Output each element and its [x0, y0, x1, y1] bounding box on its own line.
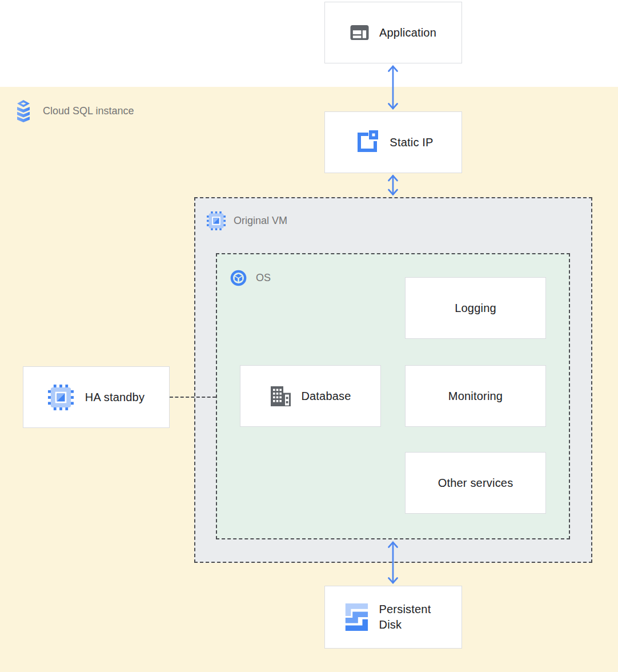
node-persistent-disk: Persistent Disk — [324, 586, 462, 649]
node-other-services: Other services — [405, 452, 546, 514]
os-hub-circle-icon — [230, 269, 247, 287]
database-building-icon — [270, 386, 291, 406]
node-logging: Logging — [405, 277, 546, 339]
compute-engine-chip-icon — [207, 211, 226, 230]
node-database: Database — [240, 365, 381, 427]
cloud-sql-icon — [14, 99, 33, 123]
zone-label-text: Cloud SQL instance — [43, 105, 134, 117]
node-static-ip: Static IP — [324, 111, 462, 173]
node-label: Static IP — [390, 136, 433, 149]
node-label: Database — [301, 390, 351, 403]
os-label: OS — [230, 269, 271, 287]
node-label: HA standby — [85, 391, 145, 404]
arrow-staticip-vm — [386, 174, 400, 197]
node-label: Persistent Disk — [379, 602, 444, 633]
compute-engine-chip-icon — [48, 385, 74, 410]
original-vm-zone: Original VM OS Logging — [194, 197, 592, 563]
diagram-canvas: Cloud SQL instance Application Static IP — [0, 0, 618, 672]
node-ha-standby: HA standby — [23, 366, 170, 428]
node-application: Application — [324, 2, 462, 63]
original-vm-label: Original VM — [207, 211, 287, 230]
node-label: Other services — [438, 477, 513, 490]
dashed-link-ha-to-vm — [170, 397, 216, 398]
static-ip-icon — [353, 129, 379, 155]
arrow-application-staticip — [386, 64, 400, 111]
persistent-disk-icon — [343, 603, 369, 631]
node-label: Application — [379, 26, 436, 39]
application-window-icon — [350, 25, 369, 41]
node-label: Monitoring — [448, 390, 503, 403]
os-zone: OS Logging Database Monit — [216, 253, 570, 539]
node-label: Logging — [455, 302, 496, 315]
arrow-os-persistentdisk — [386, 540, 400, 585]
node-monitoring: Monitoring — [405, 365, 546, 427]
cloud-sql-instance-label: Cloud SQL instance — [14, 99, 134, 123]
zone-label-text: OS — [256, 272, 271, 284]
zone-label-text: Original VM — [234, 215, 287, 227]
